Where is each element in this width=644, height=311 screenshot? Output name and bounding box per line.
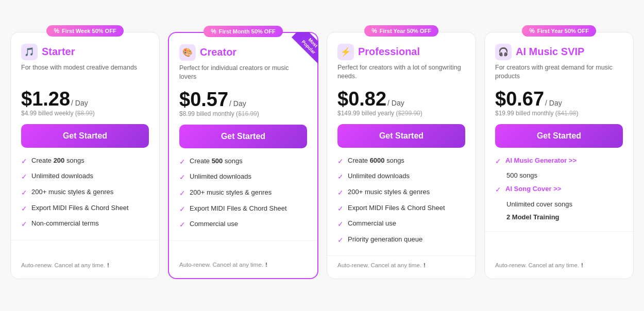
discount-badge: %First Year 50% OFF <box>364 25 438 37</box>
plan-icon: 🎵 <box>21 44 38 60</box>
feature-link[interactable]: AI Song Cover >> <box>505 184 561 194</box>
feature-text: Export MIDI Files & Chord Sheet <box>348 203 445 213</box>
original-price: $299.90 <box>398 110 420 117</box>
card-body: ⚡ProfessionalPerfect for creators with a… <box>327 44 476 251</box>
price-billed: $8.99 billed monthly ($16.99) <box>179 110 307 117</box>
plan-icon: 🎨 <box>179 44 196 61</box>
price-unit: / Day <box>387 99 404 107</box>
feature-item: ✓Priority generation queue <box>337 235 465 246</box>
check-icon: ✓ <box>337 235 344 246</box>
feature-item: ✓Create 200 songs <box>21 156 149 167</box>
footer-note: Auto-renew. Cancel at any time. ! <box>485 262 633 268</box>
plan-name: Starter <box>42 46 75 58</box>
badge-icon: % <box>211 28 216 35</box>
price-billed: $4.99 billed weekly ($8.99) <box>21 110 149 117</box>
original-price: $41.98 <box>557 110 577 117</box>
check-icon: ✓ <box>179 204 185 215</box>
plan-desc: For creators with great demand for music… <box>495 63 623 82</box>
plan-card-professional: %First Year 50% OFF⚡ProfessionalPerfect … <box>327 32 476 280</box>
check-icon: ✓ <box>179 188 185 199</box>
feature-text: Unlimited downloads <box>348 171 410 181</box>
card-divider <box>327 255 476 256</box>
check-icon: ✓ <box>179 220 185 230</box>
check-icon: ✓ <box>337 219 344 230</box>
pricing-container: %First Week 50% OFF🎵StarterFor those wit… <box>10 32 634 280</box>
badge-wrapper: %First Year 50% OFF <box>485 25 633 37</box>
feature-item: ✓Unlimited downloads <box>337 171 465 182</box>
check-icon: ✓ <box>337 204 344 214</box>
price-unit: / Day <box>545 99 562 107</box>
feature-text: 200+ music styles & genres <box>348 187 430 197</box>
footer-text: Auto-renew. Cancel at any time. <box>337 262 421 268</box>
badge-icon: % <box>54 27 59 34</box>
card-body: 🎨CreatorPerfect for individual creators … <box>169 44 317 235</box>
price-dollar: $1.28 <box>21 89 70 109</box>
price-dollar: $0.57 <box>179 90 228 109</box>
most-popular-ribbon <box>283 32 318 67</box>
feature-text: Non-commercial terms <box>31 219 99 228</box>
badge-icon: % <box>371 27 377 34</box>
check-icon: ✓ <box>21 172 27 182</box>
footer-text: Auto-renew. Cancel at any time. <box>179 262 263 268</box>
plan-name: Creator <box>200 46 236 58</box>
card-body: 🎵StarterFor those with modest creative d… <box>11 44 159 235</box>
discount-badge: %First Week 50% OFF <box>46 25 123 37</box>
original-price: $8.99 <box>77 110 93 117</box>
footer-exclamation: ! <box>581 262 583 268</box>
feature-text: Create 6000 songs <box>348 156 404 165</box>
feature-text: Unlimited downloads <box>190 172 251 181</box>
feature-text: Export MIDI Files & Chord Sheet <box>31 203 129 213</box>
plan-header: 🎧AI Music SVIP <box>495 44 623 60</box>
check-icon: ✓ <box>495 185 501 195</box>
feature-text: Commercial use <box>190 219 238 229</box>
price-row: $0.82/ Day <box>337 89 465 109</box>
footer-note: Auto-renew. Cancel at any time. ! <box>327 262 476 268</box>
plan-desc: Perfect for creators with a lot of songw… <box>337 63 465 82</box>
footer-note: Auto-renew. Cancel at any time. ! <box>11 262 159 268</box>
price-row: $0.67/ Day <box>495 89 623 109</box>
feature-sub-text: Unlimited cover songs <box>506 200 623 208</box>
feature-item: ✓Non-commercial terms <box>21 219 149 230</box>
get-started-button[interactable]: Get Started <box>179 125 307 148</box>
plan-header: ⚡Professional <box>337 44 465 60</box>
discount-badge: %First Month 50% OFF <box>204 26 283 37</box>
discount-badge: %First Year 50% OFF <box>522 25 596 37</box>
card-divider <box>169 240 317 241</box>
check-icon: ✓ <box>495 157 501 167</box>
feature-item: ✓Create 6000 songs <box>337 156 465 167</box>
price-dollar: $0.82 <box>337 89 386 109</box>
card-divider <box>11 240 159 240</box>
footer-exclamation: ! <box>423 262 426 268</box>
check-icon: ✓ <box>337 188 344 198</box>
feature-text: Priority generation queue <box>348 235 422 244</box>
check-icon: ✓ <box>21 219 27 230</box>
check-icon: ✓ <box>179 172 185 183</box>
features-list: ✓Create 6000 songs✓Unlimited downloads✓2… <box>337 156 465 246</box>
footer-text: Auto-renew. Cancel at any time. <box>495 262 579 268</box>
feature-item: ✓Unlimited downloads <box>21 171 149 182</box>
feature-item: ✓Commercial use <box>179 219 307 230</box>
check-icon: ✓ <box>21 157 27 167</box>
feature-item-link: ✓AI Music Generator >> <box>495 156 623 167</box>
footer-text: Auto-renew. Cancel at any time. <box>21 262 105 268</box>
feature-link[interactable]: AI Music Generator >> <box>505 156 577 165</box>
feature-item: ✓Export MIDI Files & Chord Sheet <box>179 204 307 215</box>
feature-text: Create 200 songs <box>31 156 84 165</box>
badge-text: First Year 50% OFF <box>537 28 589 34</box>
get-started-button[interactable]: Get Started <box>337 124 465 148</box>
get-started-button[interactable]: Get Started <box>495 124 623 148</box>
feature-item: ✓200+ music styles & genres <box>21 187 149 198</box>
plan-desc: For those with modest creative demands <box>21 63 149 82</box>
footer-note: Auto-renew. Cancel at any time. ! <box>169 262 317 268</box>
footer-exclamation: ! <box>107 262 109 268</box>
price-row: $1.28/ Day <box>21 89 149 109</box>
feature-sub-text: 500 songs <box>506 171 623 179</box>
feature-item: ✓Unlimited downloads <box>179 172 307 183</box>
plan-icon: 🎧 <box>495 44 512 60</box>
get-started-button[interactable]: Get Started <box>21 124 149 148</box>
price-row: $0.57/ Day <box>179 90 307 109</box>
badge-wrapper: %First Year 50% OFF <box>327 25 476 37</box>
feature-item: ✓200+ music styles & genres <box>337 187 465 198</box>
plan-icon: ⚡ <box>337 44 354 60</box>
feature-text: Unlimited downloads <box>31 171 93 181</box>
